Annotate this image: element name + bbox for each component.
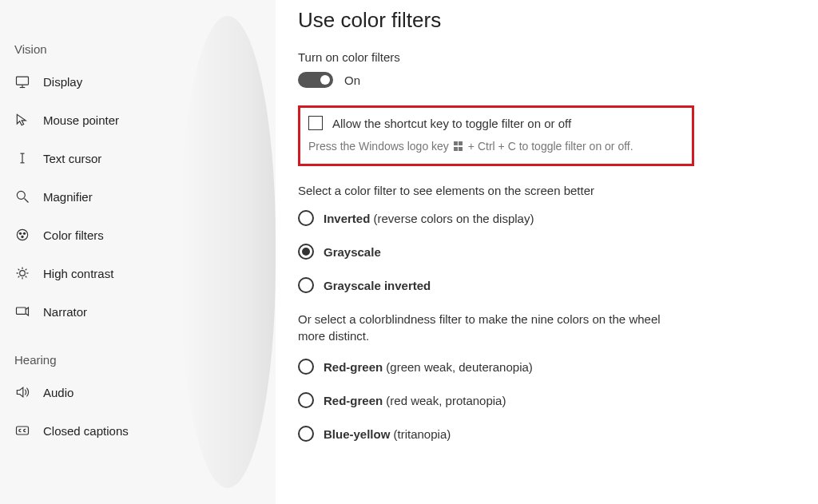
radio-button[interactable] bbox=[298, 392, 314, 408]
svg-point-8 bbox=[23, 232, 26, 235]
sidebar-item-label: Mouse pointer bbox=[43, 113, 119, 127]
radio-inverted[interactable]: Inverted (reverse colors on the display) bbox=[298, 210, 802, 226]
radio-blue-yellow-tritanopia[interactable]: Blue-yellow (tritanopia) bbox=[298, 426, 802, 442]
radio-label: Red-green (red weak, protanopia) bbox=[324, 394, 506, 407]
svg-line-17 bbox=[18, 276, 20, 278]
radio-red-green-deuteranopia[interactable]: Red-green (green weak, deuteranopia) bbox=[298, 359, 802, 375]
sidebar: Vision Display Mouse pointer Text cursor… bbox=[0, 0, 276, 504]
svg-line-16 bbox=[26, 276, 27, 278]
sidebar-section-vision-title: Vision bbox=[0, 36, 276, 62]
sidebar-item-magnifier[interactable]: Magnifier bbox=[0, 177, 276, 216]
shortcut-highlight-box: Allow the shortcut key to toggle filter … bbox=[298, 105, 694, 166]
radio-label: Grayscale bbox=[324, 245, 381, 259]
svg-line-15 bbox=[18, 269, 20, 271]
sidebar-item-label: High contrast bbox=[43, 267, 113, 280]
radio-button[interactable] bbox=[298, 359, 314, 375]
svg-rect-19 bbox=[17, 308, 26, 314]
sidebar-item-high-contrast[interactable]: High contrast bbox=[0, 254, 276, 292]
shortcut-hint-pre: Press the Windows logo key bbox=[308, 140, 449, 153]
shortcut-checkbox[interactable] bbox=[308, 116, 323, 130]
sidebar-item-label: Display bbox=[43, 75, 82, 89]
toggle-row: On bbox=[298, 72, 802, 88]
shortcut-checkbox-label: Allow the shortcut key to toggle filter … bbox=[332, 117, 571, 130]
sidebar-item-color-filters[interactable]: Color filters bbox=[0, 216, 276, 254]
colorblind-section-heading: Or select a colorblindness filter to mak… bbox=[298, 311, 665, 344]
radio-grayscale[interactable]: Grayscale bbox=[298, 244, 802, 260]
sidebar-item-closed-captions[interactable]: Closed captions bbox=[0, 411, 276, 450]
windows-logo-icon bbox=[454, 141, 463, 151]
radio-label: Grayscale inverted bbox=[324, 279, 431, 292]
radio-button[interactable] bbox=[298, 244, 314, 260]
audio-icon bbox=[14, 384, 30, 400]
main-content: Use color filters Turn on color filters … bbox=[276, 0, 818, 504]
radio-red-green-protanopia[interactable]: Red-green (red weak, protanopia) bbox=[298, 392, 802, 408]
closed-captions-icon bbox=[14, 423, 30, 439]
high-contrast-icon bbox=[14, 265, 30, 281]
magnifier-icon bbox=[14, 189, 30, 204]
svg-point-7 bbox=[19, 232, 22, 235]
shortcut-hint: Press the Windows logo key + Ctrl + C to… bbox=[308, 140, 682, 153]
shortcut-hint-post: + Ctrl + C to toggle filter on or off. bbox=[468, 140, 633, 153]
sidebar-item-text-cursor[interactable]: Text cursor bbox=[0, 139, 276, 177]
radio-label: Blue-yellow (tritanopia) bbox=[324, 427, 451, 441]
radio-label: Inverted (reverse colors on the display) bbox=[324, 212, 534, 225]
display-icon bbox=[14, 73, 30, 89]
radio-label: Red-green (green weak, deuteranopia) bbox=[324, 360, 533, 374]
mouse-pointer-icon bbox=[14, 112, 30, 128]
sidebar-item-audio[interactable]: Audio bbox=[0, 373, 276, 411]
filter-section-heading: Select a color filter to see elements on… bbox=[298, 184, 802, 197]
sidebar-item-label: Text cursor bbox=[43, 152, 101, 165]
sidebar-item-narrator[interactable]: Narrator bbox=[0, 292, 276, 331]
sidebar-item-display[interactable]: Display bbox=[0, 62, 276, 101]
svg-rect-0 bbox=[17, 77, 29, 85]
svg-point-10 bbox=[20, 271, 26, 276]
sidebar-item-label: Magnifier bbox=[43, 190, 93, 204]
text-cursor-icon bbox=[14, 150, 30, 166]
shortcut-checkbox-row: Allow the shortcut key to toggle filter … bbox=[308, 116, 682, 130]
svg-line-5 bbox=[25, 199, 29, 203]
svg-rect-20 bbox=[17, 427, 29, 435]
toggle-state-label: On bbox=[344, 73, 360, 87]
toggle-section-label: Turn on color filters bbox=[298, 50, 802, 64]
sidebar-item-mouse-pointer[interactable]: Mouse pointer bbox=[0, 101, 276, 139]
radio-button[interactable] bbox=[298, 426, 314, 442]
toggle-knob bbox=[320, 75, 330, 85]
radio-button[interactable] bbox=[298, 277, 314, 293]
radio-grayscale-inverted[interactable]: Grayscale inverted bbox=[298, 277, 802, 293]
color-filters-toggle[interactable] bbox=[298, 72, 333, 88]
sidebar-item-label: Closed captions bbox=[43, 424, 129, 438]
radio-button[interactable] bbox=[298, 210, 314, 226]
svg-line-18 bbox=[26, 269, 27, 271]
page-title: Use color filters bbox=[298, 8, 802, 33]
svg-point-6 bbox=[17, 229, 27, 240]
sidebar-section-hearing-title: Hearing bbox=[0, 347, 276, 373]
sidebar-item-label: Color filters bbox=[43, 228, 104, 242]
svg-point-4 bbox=[17, 191, 25, 199]
svg-point-9 bbox=[21, 236, 23, 238]
sidebar-item-label: Audio bbox=[43, 386, 73, 399]
color-filters-icon bbox=[14, 227, 30, 243]
narrator-icon bbox=[14, 304, 30, 319]
sidebar-item-label: Narrator bbox=[43, 305, 87, 319]
